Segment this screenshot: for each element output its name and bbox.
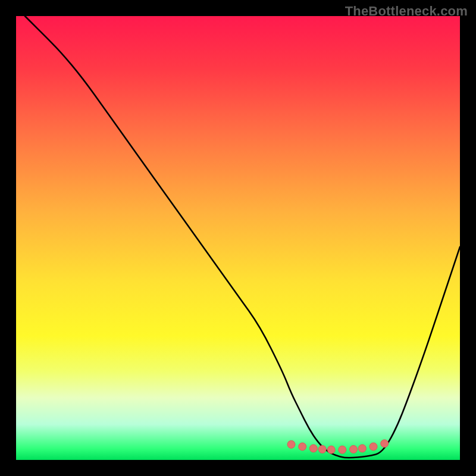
svg-point-1 [299,443,306,450]
optimal-range-dots [287,440,389,453]
svg-point-8 [369,443,377,450]
curve-overlay [0,0,476,476]
bottleneck-curve [25,16,460,458]
svg-point-3 [318,446,326,453]
svg-point-0 [287,440,295,448]
svg-point-9 [381,440,389,447]
svg-point-4 [327,446,335,453]
watermark-text: TheBottleneck.com [345,4,468,19]
svg-point-7 [358,444,366,452]
chart-container: TheBottleneck.com [0,0,476,476]
svg-point-5 [339,446,346,453]
svg-point-2 [309,444,317,452]
svg-point-6 [350,446,358,453]
